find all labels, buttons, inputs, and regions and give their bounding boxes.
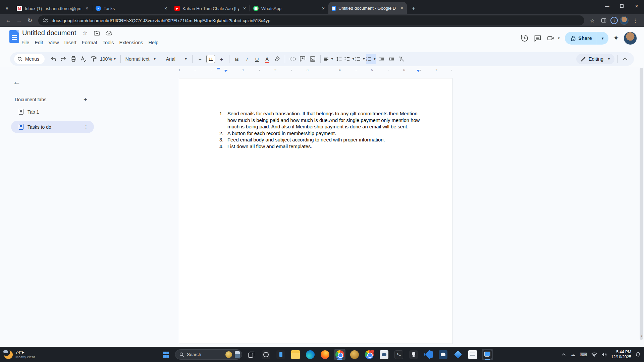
increase-indent-button[interactable] — [386, 54, 396, 64]
vertical-scrollbar[interactable] — [640, 67, 643, 347]
back-arrow-button[interactable]: ← — [13, 77, 21, 86]
taskbar-app-phone-link[interactable] — [275, 349, 286, 360]
font-select[interactable]: Arial ▼ — [164, 56, 190, 62]
close-button[interactable]: ✕ — [629, 0, 644, 12]
tab-gmail[interactable]: M Inbox (1) - ishann.tforce@gmai × — [13, 3, 92, 14]
notifications-bell-icon[interactable] — [636, 352, 641, 357]
minimize-button[interactable]: — — [600, 0, 614, 12]
url-field[interactable]: docs.google.com/document/d/1IlCRHsXQCY-J… — [38, 15, 584, 25]
right-indent-marker[interactable] — [417, 70, 420, 72]
decrease-font-size-button[interactable]: − — [195, 54, 205, 64]
split-view-icon[interactable] — [599, 16, 608, 25]
menu-extensions[interactable]: Extensions — [117, 39, 146, 46]
add-comment-button[interactable] — [298, 54, 308, 64]
clear-formatting-button[interactable] — [396, 54, 406, 64]
tab-close-icon[interactable]: × — [399, 5, 405, 11]
menu-format[interactable]: Format — [79, 39, 100, 46]
menu-help[interactable]: Help — [146, 39, 161, 46]
bookmark-star-icon[interactable]: ☆ — [588, 16, 597, 25]
document-page[interactable]: 1. Send emails for each transaction. If … — [179, 78, 452, 344]
version-history-icon[interactable] — [520, 34, 529, 43]
numbered-list-button[interactable]: 123 ▼ — [366, 54, 376, 64]
add-document-tab-button[interactable]: + — [82, 96, 89, 103]
google-docs-logo[interactable] — [9, 30, 19, 43]
align-button[interactable]: ▼ — [323, 54, 334, 64]
menus-search-button[interactable]: Menus — [14, 54, 45, 64]
tab-search-icon[interactable]: ∨ — [2, 3, 12, 14]
increase-font-size-button[interactable]: + — [217, 54, 226, 64]
menu-tools[interactable]: Tools — [100, 39, 117, 46]
account-avatar[interactable] — [624, 32, 637, 45]
insert-link-button[interactable] — [288, 54, 298, 64]
taskbar-app-file-explorer[interactable] — [290, 349, 301, 360]
touch-keyboard-icon[interactable]: ⌨ — [580, 352, 587, 358]
site-settings-icon[interactable] — [43, 18, 48, 23]
tab-close-icon[interactable]: × — [241, 5, 248, 11]
taskbar-app-vscode[interactable] — [423, 349, 434, 360]
taskbar-app-chrome[interactable] — [334, 349, 345, 360]
scrollbar-thumb[interactable] — [640, 68, 643, 340]
weather-widget[interactable]: 74°F Mostly clear — [0, 350, 70, 359]
insert-image-button[interactable] — [308, 54, 318, 64]
paragraph-style-select[interactable]: Normal text ▼ — [123, 56, 158, 62]
sidebar-item-tasks-to-do-selected[interactable]: Tasks to do ⋮ — [11, 121, 94, 133]
tab-whatsapp[interactable]: ☎ WhatsApp × — [250, 3, 328, 14]
tab-close-icon[interactable]: × — [320, 5, 326, 11]
bold-button[interactable]: B — [232, 54, 242, 64]
document-status-cloud-icon[interactable] — [106, 30, 112, 37]
menu-file[interactable]: File — [19, 39, 32, 46]
new-tab-button[interactable]: + — [409, 4, 418, 13]
menu-insert[interactable]: Insert — [62, 39, 79, 46]
share-button[interactable]: Share — [565, 32, 596, 45]
move-to-folder-icon[interactable] — [94, 30, 100, 37]
downloads-icon[interactable]: ↓ — [610, 17, 618, 24]
collapse-toolbar-button[interactable] — [620, 54, 630, 64]
task-view-button[interactable] — [246, 349, 257, 360]
taskbar-app-pgadmin[interactable] — [437, 349, 449, 360]
tab-tasks[interactable]: ✓ Tasks × — [92, 3, 171, 14]
menu-view[interactable]: View — [46, 39, 61, 46]
print-button[interactable] — [68, 54, 78, 64]
redo-button[interactable] — [58, 54, 68, 64]
taskbar-app-terminal[interactable]: >_ — [393, 349, 405, 360]
taskbar-app-firefox[interactable] — [319, 349, 331, 360]
list-item[interactable]: 4. List down all flow and email template… — [219, 143, 423, 150]
first-line-indent-marker[interactable] — [217, 68, 220, 69]
sidebar-item-tab1[interactable]: Tab 1 — [19, 109, 39, 115]
comments-icon[interactable] — [533, 34, 542, 43]
maximize-button[interactable] — [614, 0, 629, 12]
volume-icon[interactable] — [601, 352, 607, 357]
taskbar-app-sourcetree[interactable] — [452, 349, 464, 360]
line-spacing-button[interactable] — [334, 54, 344, 64]
underline-button[interactable]: U — [252, 54, 262, 64]
taskbar-app-edge[interactable] — [305, 349, 316, 360]
text-color-button[interactable]: A — [262, 54, 272, 64]
tab-close-icon[interactable]: × — [84, 5, 90, 11]
taskbar-app-remote-desktop[interactable] — [482, 349, 493, 360]
spell-check-button[interactable] — [78, 54, 88, 64]
share-dropdown-button[interactable]: ▼ — [597, 32, 608, 45]
checklist-button[interactable]: ▼ — [344, 54, 355, 64]
taskbar-app-camera[interactable] — [260, 349, 272, 360]
list-item[interactable]: 2. A button for each record in membershi… — [219, 130, 423, 137]
doc-title[interactable]: Untitled document — [22, 29, 76, 37]
tab-google-docs-active[interactable]: Untitled document - Google Do × — [328, 2, 407, 14]
taskbar-app-chrome-profile[interactable] — [349, 349, 360, 360]
left-indent-marker[interactable] — [224, 70, 227, 72]
browser-profile-avatar[interactable] — [620, 16, 629, 25]
wifi-icon[interactable] — [591, 352, 597, 357]
gemini-sparkle-icon[interactable]: ✦ — [613, 34, 619, 43]
menu-edit[interactable]: Edit — [32, 39, 46, 46]
browser-menu-icon[interactable]: ⋮ — [631, 16, 640, 25]
bulleted-list-button[interactable]: ▼ — [355, 54, 366, 64]
start-button[interactable] — [160, 349, 172, 360]
paint-format-button[interactable] — [89, 54, 98, 64]
taskbar-app-notepad[interactable] — [467, 349, 478, 360]
list-item[interactable]: 3. Feed email body and subject according… — [219, 137, 423, 143]
horizontal-ruler[interactable]: 1 1 2 3 4 5 6 7 — [179, 68, 452, 73]
clock-widget[interactable]: 5:44 PM 12/10/2025 — [611, 350, 631, 360]
tab-youtube[interactable]: ▶ Kahan Ho Tum Chale Aao [Lyric × — [171, 3, 250, 14]
font-size-input[interactable]: 11 — [206, 55, 215, 63]
taskbar-app-sql-tool[interactable] — [378, 349, 390, 360]
tab-options-kebab-icon[interactable]: ⋮ — [82, 124, 91, 130]
